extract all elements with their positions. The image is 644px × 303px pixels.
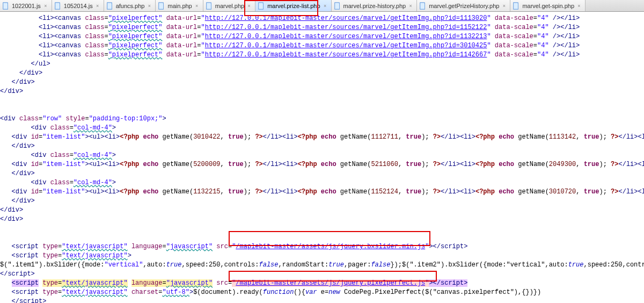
tab-label: marvel.get-spin.php xyxy=(522,3,574,9)
tab-label: afuncs.php xyxy=(116,3,145,9)
tab-label: marvel.php xyxy=(215,3,244,9)
file-icon xyxy=(158,2,165,10)
close-icon[interactable]: × xyxy=(501,3,507,9)
file-icon xyxy=(206,2,213,10)
file-icon xyxy=(258,2,265,10)
tab-label: main.php xyxy=(167,3,192,9)
file-icon xyxy=(419,2,427,10)
tab-marvel-prize-history-php[interactable]: marvel.prize-history.php × xyxy=(332,0,418,11)
tab-main-php[interactable]: main.php × xyxy=(156,0,203,11)
file-icon xyxy=(2,2,10,10)
close-icon[interactable]: × xyxy=(408,3,413,9)
code-editor[interactable]: <li><canvas class="pixelperfect" data-ur… xyxy=(0,12,644,303)
editor-tab-bar: 1022001.js × 1052014.js × afuncs.php × m… xyxy=(0,0,644,12)
file-icon xyxy=(334,2,341,10)
tab-label: 1052014.js xyxy=(64,3,93,9)
tab-marvel-getprizehistory-php[interactable]: marvel.getPrizeHistory.php × xyxy=(417,0,510,11)
tab-1022001-js[interactable]: 1022001.js × xyxy=(0,0,52,11)
close-icon[interactable]: × xyxy=(246,3,252,9)
tab-label: marvel.prize-list.php xyxy=(267,3,320,9)
tab-label: marvel.prize-history.php xyxy=(343,3,406,9)
close-icon[interactable]: × xyxy=(323,3,328,9)
tab-marvel-php[interactable]: marvel.php × xyxy=(203,0,255,11)
close-icon[interactable]: × xyxy=(95,3,100,9)
file-icon xyxy=(54,2,62,10)
tab-marvel-get-spin-php[interactable]: marvel.get-spin.php × xyxy=(510,0,586,11)
file-icon xyxy=(513,2,520,10)
tab-label: marvel.getPrizeHistory.php xyxy=(429,3,499,9)
tab-label: 1022001.js xyxy=(12,3,41,9)
close-icon[interactable]: × xyxy=(194,3,200,9)
close-icon[interactable]: × xyxy=(576,3,582,9)
tab-1052014-js[interactable]: 1052014.js × xyxy=(52,0,104,11)
file-icon xyxy=(106,2,114,10)
tab-afuncs-php[interactable]: afuncs.php × xyxy=(104,0,156,11)
close-icon[interactable]: × xyxy=(43,3,48,9)
tab-marvel-prize-list-php[interactable]: marvel.prize-list.php × xyxy=(255,0,331,11)
close-icon[interactable]: × xyxy=(147,3,152,9)
